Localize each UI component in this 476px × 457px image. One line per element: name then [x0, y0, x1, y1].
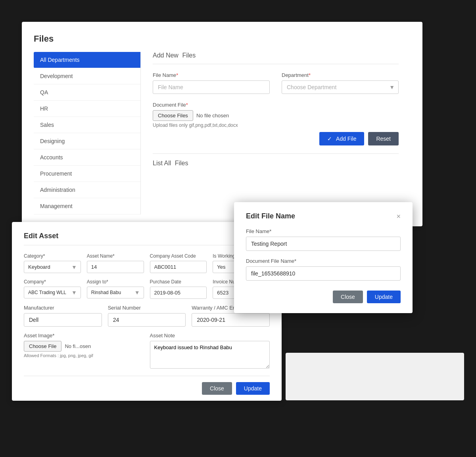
company-asset-code-group: Company Asset Code — [150, 253, 207, 273]
sidebar-item-sales[interactable]: Sales — [34, 117, 140, 133]
edit-asset-title: Edit Asset — [24, 232, 270, 245]
company-select-wrapper: ABC Trading WLL ▼ — [24, 287, 81, 298]
modal-filename-label: File Name* — [246, 228, 401, 234]
modal-close-button[interactable]: × — [396, 213, 401, 220]
modal-doc-filename-input[interactable] — [246, 266, 401, 281]
asset-image-file-wrapper: Choose File No fi...osen — [24, 341, 144, 352]
modal-filename-group: File Name* — [246, 228, 401, 251]
company-group: Company* ABC Trading WLL ▼ — [24, 279, 81, 299]
assign-to-label: Assign to* — [87, 279, 144, 285]
company-asset-code-input[interactable] — [150, 261, 207, 273]
manufacturer-group: Manufacturer — [24, 305, 102, 327]
modal-close-btn[interactable]: Close — [333, 291, 363, 303]
manufacturer-label: Manufacturer — [24, 305, 102, 311]
category-select-wrapper: Keyboard ▼ — [24, 261, 81, 273]
file-input-wrapper: Choose Files No file chosen — [153, 110, 399, 121]
department-select[interactable]: Choose Department — [282, 80, 399, 94]
sidebar: All Departments Development QA HR Sales … — [34, 52, 141, 214]
sidebar-item-qa[interactable]: QA — [34, 84, 140, 101]
modal-title: Edit File Name — [246, 212, 295, 220]
modal-doc-filename-label: Document File Name* — [246, 258, 401, 264]
asset-actions: Close Update — [24, 376, 270, 401]
assign-to-select-wrapper: Rinshad Babu ▼ — [87, 287, 144, 298]
asset-row-3: Manufacturer Serial Number Warranty / AM… — [24, 305, 270, 327]
choose-file-button[interactable]: Choose File — [24, 341, 61, 352]
files-panel: Files All Departments Development QA HR … — [22, 22, 422, 226]
add-file-button[interactable]: ✓ Add File — [319, 132, 364, 145]
list-all-title: List All Files — [153, 153, 399, 167]
modal-actions: Close Update — [246, 291, 401, 303]
purchase-date-input[interactable] — [150, 287, 207, 299]
serial-number-input[interactable] — [108, 313, 186, 327]
files-panel-title: Files — [34, 34, 411, 44]
sidebar-item-development[interactable]: Development — [34, 68, 140, 84]
check-icon: ✓ — [327, 136, 332, 142]
category-group: Category* Keyboard ▼ — [24, 253, 81, 273]
company-asset-code-label: Company Asset Code — [150, 253, 207, 259]
asset-no-file-text: No fi...osen — [65, 343, 91, 349]
department-label: Department* — [282, 72, 399, 78]
manufacturer-input[interactable] — [24, 313, 102, 327]
no-file-chosen-text: No file chosen — [196, 113, 229, 119]
department-group: Department* Choose Department ▼ — [282, 72, 399, 94]
asset-note-label: Asset Note — [150, 333, 270, 338]
asset-note-group: Asset Note Keyboard issued to Rinshad Ba… — [150, 333, 270, 370]
purchase-date-group: Purchase Date — [150, 279, 207, 299]
sidebar-item-accounts[interactable]: Accounts — [34, 149, 140, 166]
sidebar-item-procurement[interactable]: Procurement — [34, 166, 140, 182]
filename-department-row: File Name* Department* Choose Department… — [153, 72, 399, 94]
asset-name-input[interactable] — [87, 261, 144, 273]
form-actions: ✓ Add File Reset — [153, 132, 399, 145]
warranty-input[interactable] — [192, 313, 270, 327]
add-new-title: Add New Files — [153, 52, 399, 64]
category-select[interactable]: Keyboard — [24, 261, 81, 273]
asset-update-button[interactable]: Update — [236, 382, 270, 395]
modal-header: Edit File Name × — [246, 212, 401, 220]
asset-image-group: Asset Image* Choose File No fi...osen Al… — [24, 333, 144, 370]
category-label: Category* — [24, 253, 81, 259]
asset-name-label: Asset Name* — [87, 253, 144, 259]
edit-filename-modal: Edit File Name × File Name* Document Fil… — [234, 202, 413, 313]
sidebar-item-management[interactable]: Management — [34, 198, 140, 214]
company-select[interactable]: ABC Trading WLL — [24, 287, 81, 298]
department-select-wrapper: Choose Department ▼ — [282, 80, 399, 94]
sidebar-item-administration[interactable]: Administration — [34, 182, 140, 198]
asset-close-button[interactable]: Close — [202, 382, 232, 395]
asset-image-label: Asset Image* — [24, 333, 144, 338]
allowed-formats-text: Allowed Formats : jpg, png, jpeg, gif — [24, 353, 144, 358]
filename-label: File Name* — [153, 72, 270, 78]
serial-number-label: Serial Number — [108, 305, 186, 311]
reset-button[interactable]: Reset — [368, 132, 399, 145]
serial-number-group: Serial Number — [108, 305, 186, 327]
modal-doc-filename-group: Document File Name* — [246, 258, 401, 281]
asset-name-group: Asset Name* — [87, 253, 144, 273]
sidebar-item-designing[interactable]: Designing — [34, 133, 140, 149]
asset-row-1: Category* Keyboard ▼ Asset Name* Company… — [24, 253, 270, 273]
document-file-label: Document File* — [153, 102, 399, 108]
sidebar-item-hr[interactable]: HR — [34, 101, 140, 117]
modal-filename-input[interactable] — [246, 237, 401, 251]
purchase-date-label: Purchase Date — [150, 279, 207, 285]
assign-to-group: Assign to* Rinshad Babu ▼ — [87, 279, 144, 299]
filename-input[interactable] — [153, 80, 270, 94]
document-file-group: Document File* Choose Files No file chos… — [153, 102, 399, 128]
choose-files-button[interactable]: Choose Files — [153, 110, 193, 121]
asset-note-textarea[interactable]: Keyboard issued to Rinshad Babu — [150, 341, 270, 369]
filename-group: File Name* — [153, 72, 270, 94]
main-content: Add New Files File Name* Department* — [141, 52, 411, 214]
asset-row-2: Company* ABC Trading WLL ▼ Assign to* Ri… — [24, 279, 270, 299]
gray-placeholder-box — [286, 353, 464, 400]
modal-update-btn[interactable]: Update — [367, 291, 401, 303]
asset-row-4: Asset Image* Choose File No fi...osen Al… — [24, 333, 270, 370]
company-label: Company* — [24, 279, 81, 285]
upload-hint: Upload files only gif,png,pdf,txt,doc,do… — [153, 122, 399, 128]
sidebar-item-all-departments[interactable]: All Departments — [34, 52, 140, 68]
assign-to-select[interactable]: Rinshad Babu — [87, 287, 144, 298]
